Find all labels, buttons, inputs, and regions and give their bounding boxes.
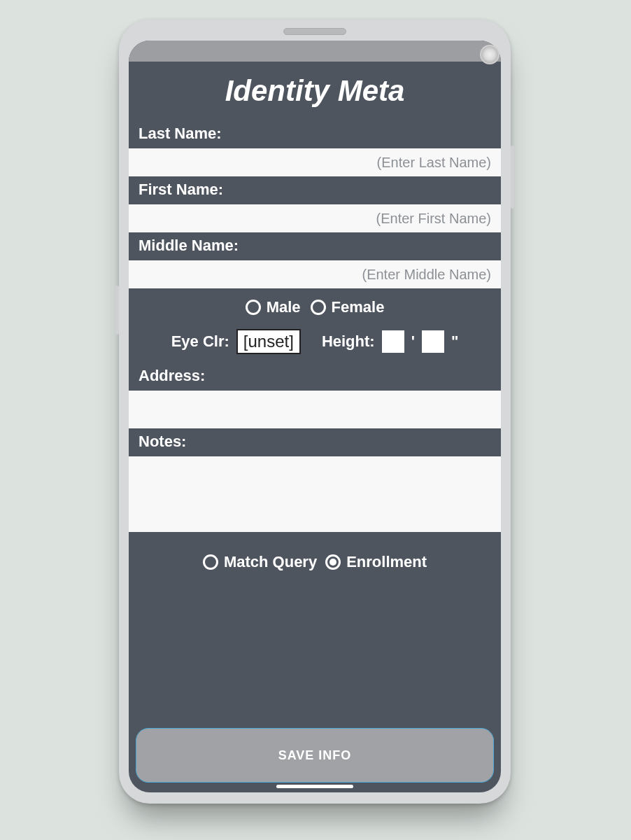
page-title: Identity Meta bbox=[129, 62, 501, 120]
eye-color-label: Eye Clr: bbox=[171, 332, 229, 351]
height-label: Height: bbox=[322, 332, 375, 351]
height-inches-input[interactable] bbox=[422, 330, 444, 353]
gender-male-label: Male bbox=[267, 298, 301, 316]
feet-mark: ' bbox=[411, 332, 415, 351]
notes-label: Notes: bbox=[129, 428, 501, 456]
first-name-input[interactable] bbox=[129, 204, 501, 232]
radio-icon bbox=[325, 554, 341, 570]
status-bar bbox=[129, 41, 501, 62]
phone-frame: Identity Meta Last Name: First Name: Mid… bbox=[119, 20, 511, 804]
mode-enroll-label: Enrollment bbox=[346, 553, 427, 571]
address-label: Address: bbox=[129, 363, 501, 391]
mode-enroll-option[interactable]: Enrollment bbox=[325, 553, 427, 571]
app-screen: Identity Meta Last Name: First Name: Mid… bbox=[129, 41, 501, 792]
phone-speaker bbox=[283, 28, 346, 35]
save-button-label: SAVE INFO bbox=[278, 748, 352, 763]
mode-match-option[interactable]: Match Query bbox=[203, 553, 317, 571]
last-name-input[interactable] bbox=[129, 148, 501, 176]
radio-icon bbox=[203, 554, 218, 570]
attributes-row: Eye Clr: [unset] Height: ' " bbox=[129, 325, 501, 363]
mode-radio-group: Match Query Enrollment bbox=[129, 532, 501, 585]
notes-input[interactable] bbox=[129, 456, 501, 532]
middle-name-label: Middle Name: bbox=[129, 232, 501, 260]
middle-name-input[interactable] bbox=[129, 260, 501, 288]
mode-match-label: Match Query bbox=[224, 553, 317, 571]
radio-icon bbox=[311, 300, 326, 315]
inches-mark: " bbox=[451, 332, 458, 351]
first-name-label: First Name: bbox=[129, 176, 501, 204]
radio-icon bbox=[246, 300, 261, 315]
gender-female-label: Female bbox=[332, 298, 385, 316]
gender-radio-group: Male Female bbox=[129, 288, 501, 325]
identity-form: Last Name: First Name: Middle Name: Male… bbox=[129, 120, 501, 792]
eye-color-select[interactable]: [unset] bbox=[236, 329, 301, 354]
home-indicator[interactable] bbox=[276, 785, 353, 788]
height-feet-input[interactable] bbox=[382, 330, 404, 353]
front-camera bbox=[480, 45, 499, 64]
gender-male-option[interactable]: Male bbox=[246, 298, 301, 316]
gender-female-option[interactable]: Female bbox=[311, 298, 385, 316]
address-input[interactable] bbox=[129, 391, 501, 428]
last-name-label: Last Name: bbox=[129, 120, 501, 148]
save-button[interactable]: SAVE INFO bbox=[136, 728, 494, 783]
